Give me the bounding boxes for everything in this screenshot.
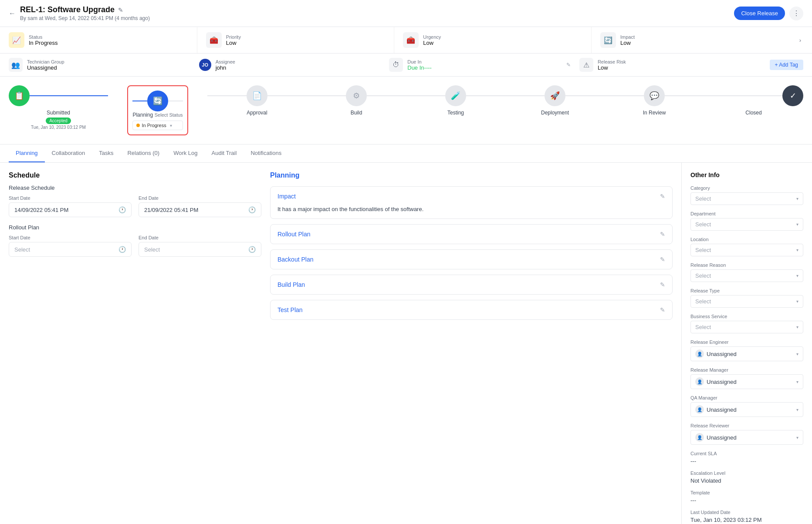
sidebar-field-escalation-level: Escalation Level Not Violated bbox=[690, 470, 803, 484]
tech-group-label: Technician Group bbox=[27, 59, 64, 64]
sidebar-select-department[interactable]: Select ▾ bbox=[690, 218, 803, 231]
info-status: 📈 Status In Progress bbox=[9, 27, 197, 53]
impact-content: Impact Low bbox=[620, 34, 635, 46]
release-start-label: Start Date bbox=[9, 195, 132, 201]
step-label-deployment: Deployment bbox=[541, 110, 569, 116]
due-edit-icon[interactable]: ✎ bbox=[566, 62, 571, 68]
tech-group-content: Technician Group Unassigned bbox=[27, 59, 64, 71]
sidebar-label-location: Location bbox=[690, 237, 803, 242]
step-inreview[interactable]: 💬 In Review bbox=[605, 85, 704, 116]
chevron-down-release-type: ▾ bbox=[796, 299, 798, 304]
step-circle-approval: 📄 bbox=[247, 85, 267, 106]
close-release-button[interactable]: Close Release bbox=[734, 7, 785, 20]
plan-edit-btn-test[interactable]: ✎ bbox=[660, 306, 665, 313]
step-sublabel-planning: Select Status bbox=[155, 112, 183, 118]
tab-relations[interactable]: Relations (0) bbox=[120, 144, 166, 162]
sidebar-label-release-engineer: Release Engineer bbox=[690, 339, 803, 345]
sidebar-select-release-type[interactable]: Select ▾ bbox=[690, 295, 803, 308]
step-status-select-planning[interactable]: In Progress ▾ bbox=[132, 121, 183, 130]
sidebar-select-location-value: Select bbox=[695, 247, 711, 253]
chevron-down-release-reviewer: ▾ bbox=[796, 435, 798, 440]
sidebar-select-business-service[interactable]: Select ▾ bbox=[690, 321, 803, 333]
content-split: Schedule Release Schedule Start Date 14/… bbox=[9, 171, 673, 325]
add-tag-button[interactable]: + Add Tag bbox=[770, 60, 804, 70]
more-menu-button[interactable]: ⋮ bbox=[789, 7, 803, 20]
plan-edit-btn-build[interactable]: ✎ bbox=[660, 281, 665, 288]
tab-worklog[interactable]: Work Log bbox=[166, 144, 204, 162]
urgency-value: Low bbox=[423, 40, 441, 46]
plan-card-header-rollout: Rollout Plan ✎ bbox=[271, 225, 672, 244]
header-subtitle: By sam at Wed, Sep 14, 2022 05:41 PM (4 … bbox=[20, 15, 150, 21]
plan-edit-btn-backout[interactable]: ✎ bbox=[660, 256, 665, 263]
release-end-input[interactable]: 21/09/2022 05:41 PM 🕐 bbox=[139, 202, 261, 217]
tab-notifications[interactable]: Notifications bbox=[244, 144, 288, 162]
planning-active-box: 🔄 Planning Select Status In Progress ▾ bbox=[127, 85, 188, 135]
sidebar-select-release-manager[interactable]: 👤 Unassigned ▾ bbox=[690, 374, 803, 389]
tab-planning[interactable]: Planning bbox=[9, 144, 45, 162]
tab-audit[interactable]: Audit Trail bbox=[205, 144, 244, 162]
tab-tasks[interactable]: Tasks bbox=[92, 144, 120, 162]
rollout-date-row: Start Date Select 🕐 End Date Select 🕐 bbox=[9, 235, 261, 257]
step-build[interactable]: ⚙ Build bbox=[307, 85, 406, 116]
header-left: ← REL-1: Software Upgrade ✎ By sam at We… bbox=[9, 5, 150, 21]
step-circle-planning: 🔄 bbox=[147, 91, 168, 111]
sidebar-select-category[interactable]: Select ▾ bbox=[690, 192, 803, 205]
planning-title: Planning bbox=[270, 171, 673, 179]
step-badge-submitted: Accepted bbox=[46, 118, 71, 124]
plan-card-test: Test Plan ✎ bbox=[270, 300, 673, 320]
header-right: Close Release ⋮ bbox=[734, 7, 803, 20]
plan-card-header-test: Test Plan ✎ bbox=[271, 300, 672, 319]
edit-title-icon[interactable]: ✎ bbox=[118, 7, 123, 13]
chevron-down-location: ▾ bbox=[796, 248, 798, 252]
main-content: Schedule Release Schedule Start Date 14/… bbox=[0, 163, 812, 524]
rollout-start-group: Start Date Select 🕐 bbox=[9, 235, 132, 257]
priority-value: Low bbox=[226, 40, 241, 46]
urgency-label: Urgency bbox=[423, 34, 441, 40]
info-due: ⏱ Due In Due In---- ✎ bbox=[389, 58, 571, 72]
release-start-input[interactable]: 14/09/2022 05:41 PM 🕐 bbox=[9, 202, 132, 217]
plan-edit-btn-impact[interactable]: ✎ bbox=[660, 193, 665, 200]
step-approval[interactable]: 📄 Approval bbox=[207, 85, 307, 116]
sidebar-value-last-updated: Tue, Jan 10, 2023 03:12 PM(a few seconds… bbox=[690, 517, 803, 524]
rollout-plan-title: Rollout Plan bbox=[9, 224, 261, 231]
plan-card-header-impact: Impact ✎ bbox=[271, 187, 672, 206]
sidebar-field-release-type: Release Type Select ▾ bbox=[690, 288, 803, 308]
step-testing[interactable]: 🧪 Testing bbox=[406, 85, 505, 116]
rollout-end-input[interactable]: Select 🕐 bbox=[139, 242, 261, 257]
calendar-icon-rollout-start: 🕐 bbox=[118, 246, 126, 253]
back-button[interactable]: ← bbox=[9, 10, 16, 17]
chevron-down-release-engineer: ▾ bbox=[796, 352, 798, 356]
due-content: Due In Due In---- bbox=[407, 59, 432, 71]
sidebar-field-location: Location Select ▾ bbox=[690, 237, 803, 256]
step-closed[interactable]: ✓ Closed bbox=[704, 85, 803, 116]
sidebar-select-location[interactable]: Select ▾ bbox=[690, 244, 803, 256]
step-circle-submitted: 📋 bbox=[9, 85, 30, 106]
release-start-value: 14/09/2022 05:41 PM bbox=[14, 207, 68, 213]
info-arrow[interactable]: › bbox=[797, 27, 803, 53]
info-impact: 🔄 Impact Low bbox=[600, 27, 788, 53]
tab-collaboration[interactable]: Collaboration bbox=[45, 144, 92, 162]
status-dot-planning bbox=[136, 124, 140, 127]
info-row1: 📈 Status In Progress 🧰 Priority Low 🧰 Ur… bbox=[9, 27, 797, 53]
assignee-label: Assignee bbox=[216, 59, 235, 64]
plan-card-rollout: Rollout Plan ✎ bbox=[270, 224, 673, 244]
schedule-title: Schedule bbox=[9, 171, 261, 179]
tech-group-icon: 👥 bbox=[9, 58, 23, 72]
sidebar-value-current-sla: --- bbox=[690, 458, 803, 464]
step-deployment[interactable]: 🚀 Deployment bbox=[505, 85, 605, 116]
plan-edit-btn-rollout[interactable]: ✎ bbox=[660, 231, 665, 238]
urgency-content: Urgency Low bbox=[423, 34, 441, 46]
sidebar-field-last-updated: Last Updated Date Tue, Jan 10, 2023 03:1… bbox=[690, 510, 803, 524]
sidebar-select-release-reason[interactable]: Select ▾ bbox=[690, 269, 803, 282]
workflow-steps: 📋 Submitted Accepted Tue, Jan 10, 2023 0… bbox=[9, 85, 803, 135]
sidebar-field-release-reviewer: Release Reviewer 👤 Unassigned ▾ bbox=[690, 423, 803, 445]
sidebar-select-release-engineer[interactable]: 👤 Unassigned ▾ bbox=[690, 346, 803, 361]
release-start-group: Start Date 14/09/2022 05:41 PM 🕐 bbox=[9, 195, 132, 217]
rollout-start-input[interactable]: Select 🕐 bbox=[9, 242, 132, 257]
sidebar-select-qa-manager[interactable]: 👤 Unassigned ▾ bbox=[690, 402, 803, 417]
chevron-down-category: ▾ bbox=[796, 196, 798, 201]
plan-card-title-test: Test Plan bbox=[277, 306, 303, 313]
sidebar-select-release-reviewer[interactable]: 👤 Unassigned ▾ bbox=[690, 430, 803, 445]
urgency-icon: 🧰 bbox=[403, 32, 419, 48]
sidebar-field-category: Category Select ▾ bbox=[690, 185, 803, 205]
